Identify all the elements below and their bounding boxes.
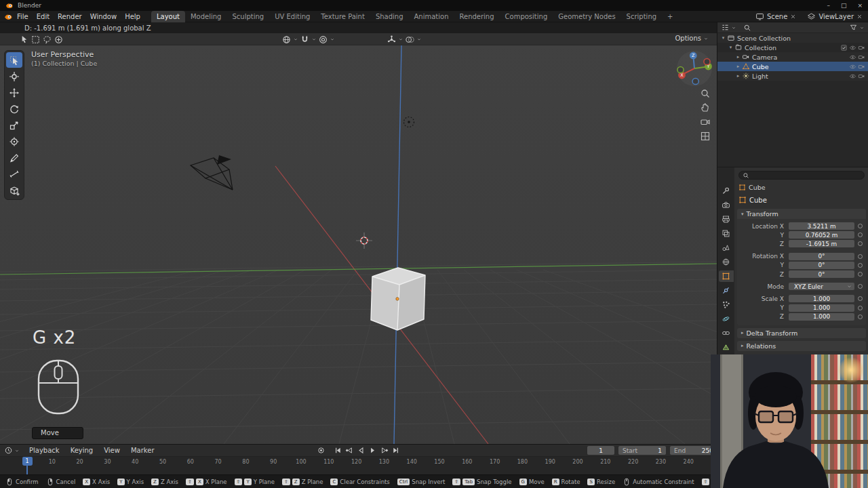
lasso-select-icon[interactable] (42, 35, 52, 45)
chevron-down-icon[interactable] (398, 37, 403, 42)
viewlayer-unlink-icon[interactable] (856, 14, 863, 20)
keyframe-decorator[interactable] (858, 314, 863, 319)
panel-delta-transform[interactable]: ▸Delta Transform (737, 328, 866, 338)
properties-tab-render[interactable] (719, 199, 734, 211)
minimize-button[interactable]: – (827, 2, 830, 9)
pan-hand-icon[interactable] (699, 102, 711, 113)
menu-edit[interactable]: Edit (33, 13, 54, 20)
transform-scale-y-field[interactable]: 1.000 (789, 304, 854, 312)
properties-search-field[interactable] (738, 171, 865, 180)
properties-tab-object[interactable] (719, 270, 734, 282)
tool-add-cube[interactable] (6, 182, 22, 198)
camera-toggle[interactable] (857, 73, 866, 80)
workspace-tab-scripting[interactable]: Scripting (621, 11, 662, 22)
keyframe-decorator[interactable] (858, 254, 863, 259)
play-reverse-button[interactable] (356, 446, 366, 455)
operator-panel[interactable]: Move (32, 427, 83, 439)
menu-window[interactable]: Window (86, 13, 121, 20)
scene-unlink-icon[interactable] (790, 14, 796, 20)
camera-object[interactable] (191, 155, 233, 190)
eye-toggle[interactable] (848, 73, 857, 80)
show-gizmo-icon[interactable] (387, 35, 397, 45)
expander-icon[interactable]: ▸ (735, 64, 741, 69)
timeline-menu-playback[interactable]: Playback (24, 447, 65, 454)
workspace-tab-rendering[interactable]: Rendering (454, 11, 499, 22)
menu-render[interactable]: Render (54, 13, 86, 20)
outliner-row-collection[interactable]: ▾Collection (717, 43, 868, 52)
tool-rotate[interactable] (6, 101, 22, 117)
outliner-row-cube[interactable]: ▸Cube (717, 62, 868, 71)
snap-magnet-icon[interactable] (300, 35, 310, 45)
transform-orientation-icon[interactable] (281, 35, 292, 45)
navigation-gizmo[interactable]: Z Y X (675, 49, 713, 87)
tool-annotate[interactable] (6, 150, 22, 165)
next-keyframe-button[interactable] (379, 446, 389, 455)
keyframe-decorator[interactable] (858, 306, 863, 310)
properties-tab-data[interactable] (719, 342, 734, 353)
blender-menu-icon[interactable] (4, 12, 13, 21)
properties-tab-scene[interactable] (719, 242, 734, 253)
outliner-row-light[interactable]: ▸Light (717, 71, 868, 81)
eye-toggle[interactable] (848, 44, 857, 52)
workspace-tab-sculpting[interactable]: Sculpting (226, 11, 269, 22)
tool-move[interactable] (6, 85, 22, 100)
transform-location-x-field[interactable]: 3.5211 m (789, 222, 854, 230)
expander-icon[interactable]: ▾ (720, 35, 726, 41)
viewlayer-selector[interactable]: ViewLayer (818, 13, 854, 20)
outliner-row-scene-collection[interactable]: ▾Scene Collection (717, 33, 868, 43)
start-frame-field[interactable]: Start 1 (618, 446, 666, 455)
chevron-down-icon[interactable] (293, 37, 298, 42)
expander-icon[interactable]: ▸ (735, 73, 741, 79)
chevron-down-icon[interactable] (859, 25, 865, 30)
tool-select-box[interactable] (6, 52, 22, 68)
menu-file[interactable]: File (13, 13, 33, 20)
workspace-tab-uv-editing[interactable]: UV Editing (269, 11, 315, 22)
timeline-menu-view[interactable]: View (98, 447, 125, 454)
tweak-select-icon[interactable] (19, 35, 29, 45)
checkbox-toggle[interactable] (840, 44, 848, 52)
box-select-icon[interactable] (31, 35, 41, 45)
camera-toggle[interactable] (857, 63, 866, 70)
workspace-tab-modeling[interactable]: Modeling (185, 11, 227, 22)
properties-tab-modifiers[interactable] (719, 285, 734, 296)
outliner-editor-icon[interactable] (721, 23, 730, 32)
scene-3d[interactable] (0, 45, 717, 444)
filter-icon[interactable] (849, 23, 858, 32)
toggle-ortho-icon[interactable] (699, 130, 711, 142)
workspace-tab-add[interactable]: + (662, 11, 678, 22)
timeline-playhead[interactable]: 1 (22, 457, 33, 466)
show-overlays-icon[interactable] (405, 35, 415, 45)
camera-toggle[interactable] (857, 54, 866, 61)
circle-select-icon[interactable] (54, 35, 64, 45)
prev-keyframe-button[interactable] (344, 446, 354, 455)
breadcrumb-label[interactable]: Cube (749, 184, 766, 191)
workspace-tab-geometry-nodes[interactable]: Geometry Nodes (553, 11, 620, 22)
properties-tab-view-layer[interactable] (719, 228, 734, 239)
transform-location-z-field[interactable]: -1.6915 m (789, 240, 854, 247)
properties-tab-world[interactable] (719, 256, 734, 268)
menu-help[interactable]: Help (121, 13, 144, 20)
workspace-tab-shading[interactable]: Shading (370, 11, 409, 22)
keyframe-decorator[interactable] (858, 296, 863, 301)
close-button[interactable]: × (857, 2, 863, 9)
current-frame-field[interactable]: 1 (587, 446, 614, 455)
transform-rotation-mode-field[interactable]: XYZ Euler (789, 283, 854, 290)
outliner-search-icon[interactable] (743, 24, 751, 32)
zoom-icon[interactable] (699, 87, 711, 99)
transform-panel-header[interactable]: ▾ Transform (737, 209, 866, 219)
workspace-tab-texture-paint[interactable]: Texture Paint (315, 11, 370, 22)
transform-rotation-x-field[interactable]: 0° (789, 253, 854, 260)
tool-cursor[interactable] (6, 68, 22, 84)
outliner-row-camera[interactable]: ▸Camera (717, 52, 868, 62)
properties-tab-particles[interactable] (719, 299, 734, 310)
keyframe-decorator[interactable] (858, 263, 863, 268)
timeline-menu-marker[interactable]: Marker (125, 447, 160, 454)
keyframe-decorator[interactable] (858, 224, 863, 228)
auto-keying-button[interactable] (316, 446, 326, 455)
workspace-tab-animation[interactable]: Animation (409, 11, 454, 22)
transform-rotation-y-field[interactable]: 0° (789, 262, 854, 269)
jump-to-end-button[interactable] (391, 446, 400, 455)
camera-view-icon[interactable] (699, 116, 711, 127)
object-name-row[interactable]: Cube (734, 191, 868, 207)
3d-cursor[interactable] (356, 232, 372, 249)
